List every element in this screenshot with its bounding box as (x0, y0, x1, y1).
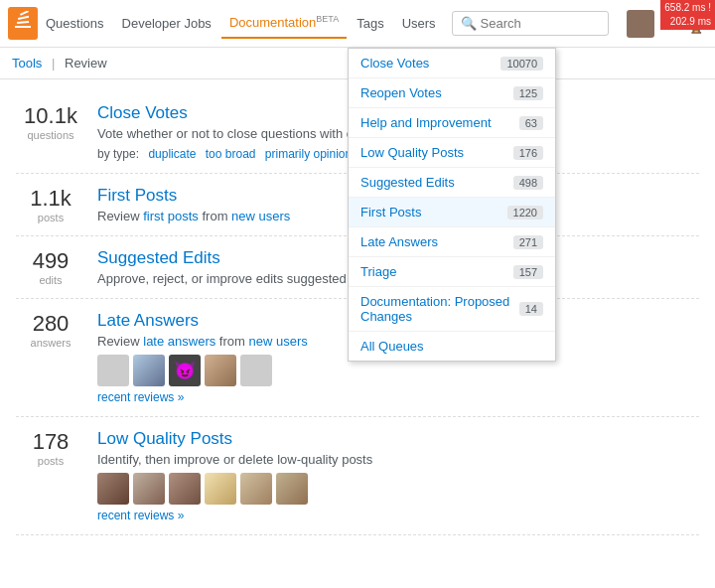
dropdown-item-low-quality[interactable]: Low Quality Posts 176 (349, 138, 555, 168)
new-users-link[interactable]: new users (231, 209, 290, 223)
perf-badge: 658.2 ms ! 202.9 ms (660, 0, 715, 30)
dropdown-item-reopen-votes[interactable]: Reopen Votes 125 (349, 78, 555, 108)
lq-avatar-1 (97, 473, 129, 505)
breadcrumb-tools[interactable]: Tools (12, 56, 42, 71)
first-posts-count: 1.1k posts (16, 186, 85, 223)
first-posts-title[interactable]: First Posts (97, 186, 177, 205)
dropdown-item-triage[interactable]: Triage 157 (349, 257, 555, 287)
dropdown-item-suggested-edits[interactable]: Suggested Edits 498 (349, 168, 555, 198)
search-input[interactable] (481, 16, 600, 31)
lq-avatar-6 (276, 473, 308, 505)
breadcrumb-current: Review (65, 56, 107, 71)
topbar: Questions Developer Jobs DocumentationBE… (0, 0, 715, 48)
close-votes-count: 10.1k questions (16, 103, 85, 141)
low-quality-content: Low Quality Posts Identify, then improve… (85, 429, 699, 522)
svg-rect-2 (18, 16, 29, 20)
breadcrumb-sep: | (52, 56, 55, 71)
nav-questions[interactable]: Questions (38, 10, 112, 37)
nav-users[interactable]: Users (394, 10, 444, 37)
new-users-link2[interactable]: new users (248, 334, 307, 349)
avatar[interactable] (627, 10, 654, 38)
lq-avatar-2 (133, 473, 165, 505)
avatar-5 (240, 355, 272, 386)
nav-developer-jobs[interactable]: Developer Jobs (114, 10, 219, 37)
filter-duplicate[interactable]: duplicate (148, 147, 196, 161)
late-answers-title[interactable]: Late Answers (97, 311, 199, 330)
dropdown-item-close-votes[interactable]: Close Votes 10070 (349, 49, 555, 78)
late-answers-recent[interactable]: recent reviews » (97, 390, 699, 404)
avatar-2 (133, 355, 165, 386)
late-answers-link[interactable]: late answers (143, 334, 215, 349)
nav-tags[interactable]: Tags (349, 10, 391, 37)
site-logo[interactable] (8, 7, 38, 40)
lq-avatar-3 (169, 473, 201, 505)
close-votes-title[interactable]: Close Votes (97, 103, 188, 122)
filter-too-broad[interactable]: too broad (206, 147, 256, 161)
avatar-4 (205, 355, 236, 386)
dropdown-item-documentation[interactable]: Documentation: Proposed Changes 14 (349, 287, 555, 332)
dropdown-all-queues[interactable]: All Queues (349, 332, 555, 361)
low-quality-count: 178 posts (16, 429, 85, 467)
late-answers-count: 280 answers (16, 311, 85, 349)
low-quality-avatars (97, 473, 699, 505)
avatar-1 (97, 355, 129, 386)
suggested-edits-title[interactable]: Suggested Edits (97, 248, 220, 267)
nav-documentation[interactable]: DocumentationBETA (221, 8, 347, 38)
first-posts-link[interactable]: first posts (143, 209, 199, 223)
lq-avatar-5 (240, 473, 272, 505)
svg-rect-1 (17, 21, 29, 24)
search-box[interactable]: 🔍 (452, 11, 609, 36)
svg-rect-3 (20, 11, 29, 16)
low-quality-desc: Identify, then improve or delete low-qua… (97, 452, 699, 467)
lq-avatar-4 (205, 473, 236, 505)
dropdown-item-help-improvement[interactable]: Help and Improvement 63 (349, 108, 555, 138)
avatar-3: 😈 (169, 355, 201, 386)
review-dropdown: Close Votes 10070 Reopen Votes 125 Help … (348, 48, 556, 362)
dropdown-item-late-answers[interactable]: Late Answers 271 (349, 227, 555, 257)
search-icon: 🔍 (461, 16, 477, 31)
review-item-low-quality: 178 posts Low Quality Posts Identify, th… (16, 417, 699, 535)
main-nav: Questions Developer Jobs DocumentationBE… (38, 8, 444, 38)
low-quality-title[interactable]: Low Quality Posts (97, 429, 232, 448)
svg-rect-0 (15, 26, 31, 28)
suggested-edits-count: 499 edits (16, 248, 85, 286)
low-quality-recent[interactable]: recent reviews » (97, 509, 699, 522)
dropdown-item-first-posts[interactable]: First Posts 1220 (349, 198, 555, 227)
